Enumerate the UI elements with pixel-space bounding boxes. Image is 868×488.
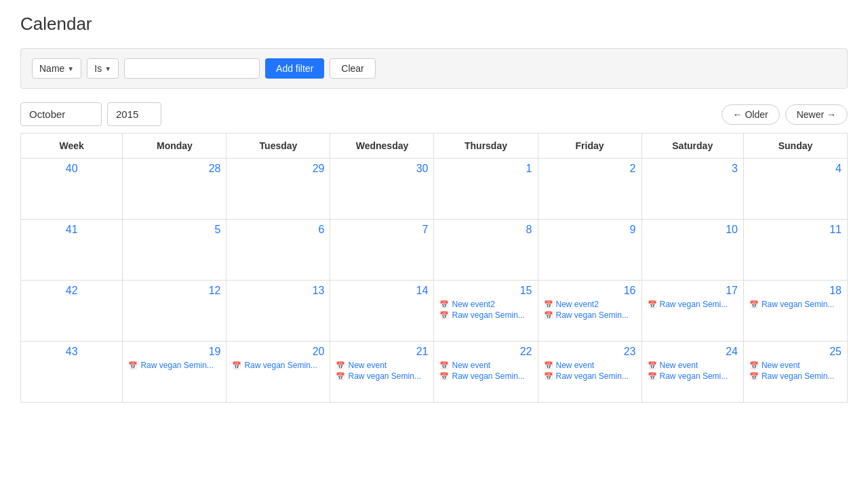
table-row[interactable]: 8 <box>434 220 538 281</box>
calendar-icon: 📅 <box>439 361 449 370</box>
table-row[interactable]: 19📅Raw vegan Semin... <box>123 342 226 403</box>
week-number: 41 <box>21 220 123 281</box>
table-row[interactable]: 25📅New event📅Raw vegan Semin... <box>743 342 847 403</box>
table-row[interactable]: 21📅New event📅Raw vegan Semin... <box>330 342 434 403</box>
list-item[interactable]: 📅New event <box>336 361 428 370</box>
list-item[interactable]: 📅New event <box>439 361 532 370</box>
table-row[interactable]: 2 <box>538 159 642 220</box>
table-row[interactable]: 6 <box>226 220 330 281</box>
is-filter-dropdown[interactable]: Is ▼ <box>87 58 119 79</box>
event-label: Raw vegan Semin... <box>556 371 629 381</box>
day-number: 18 <box>749 285 842 297</box>
table-row[interactable]: 13 <box>226 281 330 342</box>
day-number: 30 <box>336 163 428 175</box>
day-number: 1 <box>439 163 532 175</box>
list-item[interactable]: 📅New event <box>544 361 636 370</box>
table-row[interactable]: 4 <box>743 159 847 220</box>
calendar-icon: 📅 <box>232 361 241 370</box>
table-row[interactable]: 11 <box>743 220 847 281</box>
list-item[interactable]: 📅New event <box>648 361 738 370</box>
event-label: Raw vegan Semin... <box>762 300 834 309</box>
table-row[interactable]: 5 <box>123 220 226 281</box>
table-row[interactable]: 1 <box>434 159 538 220</box>
add-filter-button[interactable]: Add filter <box>265 58 324 79</box>
table-row[interactable]: 14 <box>330 281 434 342</box>
table-row[interactable]: 16📅New event2📅Raw vegan Semin... <box>538 281 642 342</box>
calendar-icon: 📅 <box>544 300 553 309</box>
event-label: Raw vegan Semi... <box>660 371 728 381</box>
table-row[interactable]: 24📅New event📅Raw vegan Semi... <box>642 342 743 403</box>
is-chevron-icon: ▼ <box>104 65 111 73</box>
table-row[interactable]: 15📅New event2📅Raw vegan Semin... <box>434 281 538 342</box>
day-number: 9 <box>544 224 636 236</box>
list-item[interactable]: 📅Raw vegan Semin... <box>749 300 842 309</box>
calendar-icon: 📅 <box>749 300 759 309</box>
list-item[interactable]: 📅Raw vegan Semin... <box>439 371 532 381</box>
table-row[interactable]: 29 <box>226 159 330 220</box>
day-number: 19 <box>128 346 220 358</box>
day-number: 14 <box>336 285 428 297</box>
calendar-nav-left <box>20 102 161 126</box>
calendar-icon: 📅 <box>648 372 657 381</box>
year-input[interactable] <box>107 102 161 126</box>
event-label: New event <box>762 361 800 370</box>
table-row[interactable]: 3 <box>642 159 743 220</box>
list-item[interactable]: 📅New event <box>749 361 842 370</box>
calendar-icon: 📅 <box>544 311 553 320</box>
day-number: 25 <box>749 346 842 358</box>
list-item[interactable]: 📅Raw vegan Semin... <box>232 361 324 370</box>
newer-button[interactable]: Newer → <box>785 104 848 125</box>
table-row[interactable]: 23📅New event📅Raw vegan Semin... <box>538 342 642 403</box>
table-row[interactable]: 12 <box>123 281 226 342</box>
list-item[interactable]: 📅Raw vegan Semin... <box>544 310 636 320</box>
list-item[interactable]: 📅Raw vegan Semi... <box>648 300 738 309</box>
table-row[interactable]: 28 <box>123 159 226 220</box>
list-item[interactable]: 📅Raw vegan Semi... <box>648 371 738 381</box>
day-number: 21 <box>336 346 428 358</box>
filter-bar: Name ▼ Is ▼ Add filter Clear <box>20 48 848 89</box>
list-item[interactable]: 📅New event2 <box>544 300 636 309</box>
day-number: 16 <box>544 285 636 297</box>
event-label: Raw vegan Semin... <box>452 310 524 320</box>
event-label: New event2 <box>556 300 599 309</box>
calendar-icon: 📅 <box>336 372 345 381</box>
table-row[interactable]: 18📅Raw vegan Semin... <box>743 281 847 342</box>
event-label: New event2 <box>452 300 494 309</box>
table-row[interactable]: 20📅Raw vegan Semin... <box>226 342 330 403</box>
calendar-icon: 📅 <box>544 361 553 370</box>
event-label: Raw vegan Semin... <box>348 371 420 381</box>
event-label: Raw vegan Semin... <box>556 310 629 320</box>
month-input[interactable] <box>20 102 102 126</box>
table-row[interactable]: 30 <box>330 159 434 220</box>
page-title: Calendar <box>20 14 848 35</box>
list-item[interactable]: 📅Raw vegan Semin... <box>336 371 428 381</box>
list-item[interactable]: 📅New event2 <box>439 300 532 309</box>
day-number: 2 <box>544 163 636 175</box>
list-item[interactable]: 📅Raw vegan Semin... <box>749 371 842 381</box>
name-filter-dropdown[interactable]: Name ▼ <box>32 58 81 79</box>
calendar-icon: 📅 <box>749 372 759 381</box>
calendar-icon: 📅 <box>544 372 553 381</box>
header-tuesday: Tuesday <box>226 134 330 159</box>
week-number: 43 <box>21 342 123 403</box>
list-item[interactable]: 📅Raw vegan Semin... <box>544 371 636 381</box>
event-label: Raw vegan Semin... <box>452 371 524 381</box>
day-number: 12 <box>128 285 220 297</box>
event-label: New event <box>660 361 698 370</box>
week-number: 40 <box>21 159 123 220</box>
table-row[interactable]: 10 <box>642 220 743 281</box>
table-row[interactable]: 7 <box>330 220 434 281</box>
older-button[interactable]: ← Older <box>722 104 780 125</box>
calendar-icon: 📅 <box>439 372 449 381</box>
header-thursday: Thursday <box>434 134 538 159</box>
header-friday: Friday <box>538 134 642 159</box>
table-row[interactable]: 9 <box>538 220 642 281</box>
table-row[interactable]: 22📅New event📅Raw vegan Semin... <box>434 342 538 403</box>
clear-button[interactable]: Clear <box>330 58 375 79</box>
table-row[interactable]: 17📅Raw vegan Semi... <box>642 281 743 342</box>
filter-input[interactable] <box>124 58 260 79</box>
calendar-icon: 📅 <box>439 311 449 320</box>
day-number: 29 <box>232 163 324 175</box>
list-item[interactable]: 📅Raw vegan Semin... <box>128 361 220 370</box>
list-item[interactable]: 📅Raw vegan Semin... <box>439 310 532 320</box>
